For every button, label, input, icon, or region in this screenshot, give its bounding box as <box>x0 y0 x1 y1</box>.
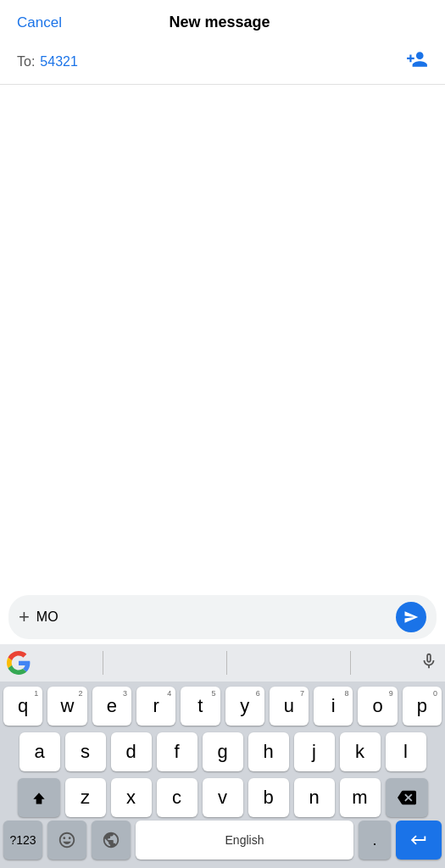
message-area <box>0 85 445 595</box>
period-key[interactable]: . <box>359 821 391 860</box>
enter-key[interactable] <box>396 821 442 860</box>
to-value[interactable]: 54321 <box>40 54 406 70</box>
message-text-input[interactable]: MO <box>36 609 389 625</box>
bottom-row: ?123 English . <box>0 821 445 865</box>
key-y[interactable]: 6y <box>225 687 264 726</box>
key-h[interactable]: h <box>248 732 289 771</box>
key-k[interactable]: k <box>340 732 381 771</box>
suggestion-divider <box>350 651 351 675</box>
key-n[interactable]: n <box>294 778 335 817</box>
to-label: To: <box>17 54 35 70</box>
to-field: To: 54321 <box>0 40 445 85</box>
globe-key[interactable] <box>92 821 131 860</box>
key-o[interactable]: 9o <box>358 687 397 726</box>
emoji-key[interactable] <box>47 821 86 860</box>
key-f[interactable]: f <box>157 732 197 771</box>
key-i[interactable]: 8i <box>314 687 353 726</box>
key-m[interactable]: m <box>340 778 381 817</box>
add-attachment-icon[interactable]: + <box>19 608 30 626</box>
numbers-key[interactable]: ?123 <box>3 821 42 860</box>
key-u[interactable]: 7u <box>270 687 309 726</box>
key-d[interactable]: d <box>111 732 152 771</box>
key-g[interactable]: g <box>203 732 243 771</box>
key-row-2: a s d f g h j k l <box>3 732 442 771</box>
key-q[interactable]: 1q <box>3 687 42 726</box>
page-title: New message <box>169 14 270 31</box>
header: Cancel New message <box>0 0 445 40</box>
shift-key[interactable] <box>18 778 60 817</box>
key-p[interactable]: 0p <box>403 687 442 726</box>
suggestions-row <box>0 644 445 682</box>
key-row-1: 1q 2w 3e 4r 5t 6y 7u 8i 9o 0p <box>3 687 442 726</box>
key-w[interactable]: 2w <box>47 687 86 726</box>
key-v[interactable]: v <box>203 778 243 817</box>
key-l[interactable]: l <box>386 732 426 771</box>
suggestion-divider <box>103 651 103 675</box>
key-b[interactable]: b <box>248 778 289 817</box>
cancel-button[interactable]: Cancel <box>17 14 62 31</box>
key-z[interactable]: z <box>65 778 106 817</box>
backspace-key[interactable] <box>386 778 428 817</box>
keyboard: 1q 2w 3e 4r 5t 6y 7u 8i 9o 0p a s d f g … <box>0 644 445 868</box>
suggestion-divider <box>226 651 227 675</box>
key-c[interactable]: c <box>157 778 197 817</box>
key-j[interactable]: j <box>294 732 335 771</box>
google-logo <box>7 651 31 675</box>
key-s[interactable]: s <box>65 732 106 771</box>
key-e[interactable]: 3e <box>92 687 131 726</box>
key-t[interactable]: 5t <box>181 687 220 726</box>
add-contact-icon[interactable] <box>406 48 428 75</box>
space-key[interactable]: English <box>136 821 353 860</box>
key-a[interactable]: a <box>19 732 60 771</box>
send-button[interactable] <box>396 602 426 632</box>
message-input-bar: + MO <box>8 595 437 639</box>
key-x[interactable]: x <box>111 778 152 817</box>
mic-icon[interactable] <box>420 652 438 675</box>
key-row-3: z x c v b n m <box>3 778 442 817</box>
key-r[interactable]: 4r <box>136 687 175 726</box>
key-rows: 1q 2w 3e 4r 5t 6y 7u 8i 9o 0p a s d f g … <box>0 682 445 821</box>
suggestions-dividers <box>34 651 420 675</box>
